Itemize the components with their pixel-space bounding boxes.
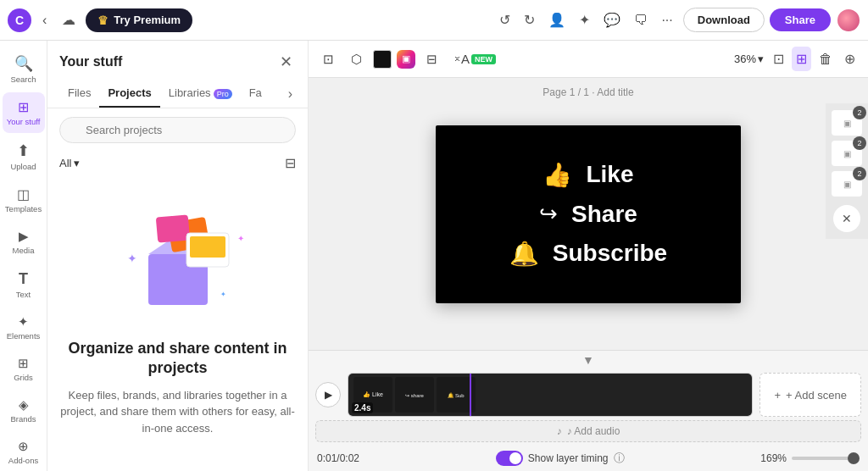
like-icon: 👍 bbox=[542, 161, 572, 189]
fit-page-button[interactable]: ⊡ bbox=[769, 47, 788, 71]
chevron-down-icon: ▾ bbox=[758, 53, 764, 65]
subscribe-text: Subscribe bbox=[553, 240, 667, 267]
timeline-collapse: ▼ bbox=[309, 351, 868, 369]
search-wrap: 🔍 bbox=[59, 117, 296, 143]
main-content: 🔍 Search ⊞ Your stuff ⬆ Upload ◫ Templat… bbox=[0, 41, 868, 471]
back-button[interactable]: ‹ bbox=[37, 9, 52, 31]
sidebar-item-text[interactable]: T Text bbox=[3, 263, 45, 306]
play-button[interactable]: ▶ bbox=[315, 382, 341, 407]
your-stuff-icon: ⊞ bbox=[18, 99, 29, 115]
canvas-row-subscribe: 🔔 Subscribe bbox=[509, 240, 667, 268]
thumb-badge-3: 2 bbox=[853, 167, 866, 180]
sidebar-item-upload[interactable]: ⬆ Upload bbox=[3, 135, 45, 178]
crown-icon: ♛ bbox=[97, 14, 108, 27]
delete-button[interactable]: 🗑 bbox=[815, 47, 837, 71]
toolbar-strip: ⊡ ⬡ ▣ ⊟ ꭛A NEW 36% ▾ ⊡ ⊞ 🗑 ⊕ bbox=[309, 41, 868, 78]
instagram-icon[interactable]: ▣ bbox=[397, 50, 415, 69]
try-premium-button[interactable]: ♛ Try Premium bbox=[86, 8, 192, 32]
brands-icon: ◈ bbox=[19, 397, 29, 413]
thumbnail-3[interactable]: ▣ 2 bbox=[832, 171, 862, 197]
right-thumbnails: ▣ 2 ▣ 2 ▣ 2 ✕ bbox=[826, 103, 868, 239]
timeline-track[interactable]: 👍 Like ↪ share 🔔 Sub 2.4s bbox=[348, 373, 753, 417]
resize-button[interactable]: ⊡ bbox=[317, 47, 340, 71]
sort-button[interactable]: ⊟ bbox=[285, 155, 296, 171]
comment-icon-button[interactable]: 🗨 bbox=[629, 8, 653, 33]
premium-label: Try Premium bbox=[114, 14, 181, 26]
share-button[interactable]: Share bbox=[770, 8, 831, 31]
sidebar-item-grids[interactable]: ⊞ Grids bbox=[3, 349, 45, 389]
tab-fav[interactable]: Fa bbox=[241, 80, 270, 108]
bell-icon: 🔔 bbox=[509, 240, 539, 268]
sidebar-item-elements[interactable]: ✦ Elements bbox=[3, 308, 45, 347]
promo-title: Organize and share content in projects bbox=[59, 339, 296, 379]
text-icon: T bbox=[19, 270, 28, 288]
tab-libraries[interactable]: LibrariesPro bbox=[160, 80, 241, 108]
timeline-collapse-button[interactable]: ▼ bbox=[582, 353, 594, 367]
addons-icon: ⊕ bbox=[18, 439, 29, 454]
zoom-dropdown[interactable]: 36% ▾ bbox=[734, 53, 764, 65]
sidebar-item-brands[interactable]: ◈ Brands bbox=[3, 391, 45, 430]
sidebar-item-your-stuff[interactable]: ⊞ Your stuff bbox=[3, 92, 45, 133]
timeline-cursor bbox=[470, 374, 471, 416]
effects-button[interactable]: ⬡ bbox=[345, 47, 368, 71]
panel-search: 🔍 bbox=[47, 108, 308, 152]
svg-rect-6 bbox=[155, 214, 189, 242]
search-icon: 🔍 bbox=[14, 54, 33, 73]
chat-icon-button[interactable]: 💬 bbox=[598, 7, 626, 33]
color-swatch[interactable] bbox=[373, 50, 392, 69]
like-text: Like bbox=[586, 161, 633, 188]
topbar-icons: ↺ ↻ 👤 ✦ 💬 🗨 ··· bbox=[494, 7, 677, 33]
translate-button[interactable]: ꭛A NEW bbox=[448, 47, 502, 70]
panel-content: ✦ ✦ ✦ Organize and share content in proj… bbox=[47, 178, 308, 471]
timeline: ▼ ▶ 👍 Like ↪ share bbox=[309, 350, 868, 471]
zoom-slider[interactable] bbox=[792, 457, 860, 460]
timeline-scene: 👍 Like ↪ share 🔔 Sub 2.4s bbox=[348, 374, 752, 416]
info-icon[interactable]: ⓘ bbox=[614, 451, 625, 466]
toggle-knob bbox=[509, 452, 521, 464]
svg-text:C: C bbox=[15, 14, 24, 27]
grid-view-button[interactable]: ⊞ bbox=[792, 47, 811, 71]
thumb-badge-2: 2 bbox=[853, 136, 866, 150]
media-icon: ▶ bbox=[19, 229, 29, 244]
undo-button[interactable]: ↺ bbox=[494, 7, 515, 33]
people-icon-button[interactable]: 👤 bbox=[543, 7, 570, 33]
tab-projects[interactable]: Projects bbox=[99, 80, 159, 108]
search-input[interactable] bbox=[59, 117, 296, 143]
toolbar-right-icons: ⊡ ⊞ 🗑 ⊕ bbox=[769, 47, 860, 71]
layer-timing-switch[interactable] bbox=[496, 451, 523, 466]
sidebar-item-addons[interactable]: ⊕ Add-ons bbox=[3, 432, 45, 471]
sidebar-item-media[interactable]: ▶ Media bbox=[3, 222, 45, 262]
more-button[interactable]: ··· bbox=[656, 8, 677, 33]
sidebar-item-search[interactable]: 🔍 Search bbox=[3, 47, 45, 91]
add-scene-button[interactable]: + + Add scene bbox=[760, 373, 861, 417]
add-button[interactable]: ⊕ bbox=[840, 47, 860, 71]
libraries-badge: Pro bbox=[214, 89, 232, 99]
canva-logo: C bbox=[7, 8, 32, 33]
upload-icon: ⬆ bbox=[17, 141, 30, 160]
dismiss-button[interactable]: ✕ bbox=[833, 205, 860, 232]
cloud-button[interactable]: ☁ bbox=[57, 8, 81, 31]
sidebar-item-templates[interactable]: ◫ Templates bbox=[3, 180, 45, 220]
download-button[interactable]: Download bbox=[683, 8, 765, 32]
svg-text:✦: ✦ bbox=[237, 234, 244, 243]
filter-all-button[interactable]: All ▾ bbox=[59, 157, 80, 169]
promo-desc: Keep files, brands, and libraries togeth… bbox=[59, 387, 296, 437]
redo-button[interactable]: ↻ bbox=[519, 7, 540, 33]
avatar[interactable] bbox=[836, 8, 861, 33]
tab-files[interactable]: Files bbox=[59, 80, 99, 108]
thumbnail-1[interactable]: ▣ 2 bbox=[832, 110, 862, 136]
panel-tabs-more[interactable]: › bbox=[285, 83, 296, 105]
icon-sidebar: 🔍 Search ⊞ Your stuff ⬆ Upload ◫ Templat… bbox=[0, 41, 47, 471]
thumbnail-2[interactable]: ▣ 2 bbox=[832, 141, 862, 166]
canvas-row-share: ↪ Share bbox=[539, 201, 637, 228]
elements-icon: ✦ bbox=[18, 314, 29, 330]
panel-header: Your stuff ✕ bbox=[47, 41, 308, 80]
panel-close-button[interactable]: ✕ bbox=[276, 51, 296, 73]
canvas-frame[interactable]: 👍 Like ↪ Share 🔔 Subscribe bbox=[436, 125, 741, 303]
timeline-time-stamp: 2.4s bbox=[352, 402, 373, 413]
align-button[interactable]: ⊟ bbox=[420, 47, 443, 71]
timeline-zoom: 169% bbox=[760, 452, 860, 464]
star-icon-button[interactable]: ✦ bbox=[574, 7, 595, 33]
add-audio-button[interactable]: ♪ ♪ Add audio bbox=[315, 420, 861, 442]
chevron-down-icon: ▾ bbox=[74, 157, 80, 169]
